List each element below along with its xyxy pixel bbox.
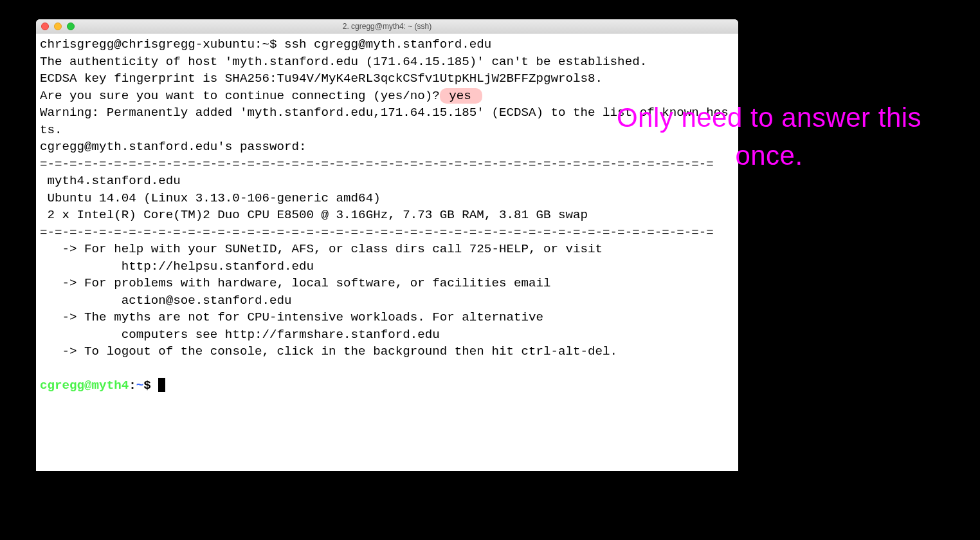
traffic-lights	[36, 23, 75, 30]
password-prompt: cgregg@myth.stanford.edu's password:	[40, 140, 314, 154]
motd-host: myth4.stanford.edu	[40, 174, 181, 188]
zoom-icon[interactable]	[67, 23, 75, 30]
help-line: -> For problems with hardware, local sof…	[40, 276, 551, 290]
motd-os: Ubuntu 14.04 (Linux 3.13.0-106-generic a…	[40, 191, 381, 205]
annotation-text: Only need to answer this once.	[589, 99, 949, 175]
ssh-command: ssh cgregg@myth.stanford.edu	[284, 37, 491, 51]
help-line: http://helpsu.stanford.edu	[40, 259, 314, 274]
cursor-icon	[158, 378, 165, 392]
continue-prompt: Are you sure you want to continue connec…	[40, 89, 440, 103]
minimize-icon[interactable]	[54, 23, 62, 30]
remote-prompt-path: ~	[136, 378, 144, 393]
remote-prompt-colon: :	[129, 378, 136, 393]
titlebar: 2. cgregg@myth4: ~ (ssh)	[36, 19, 738, 33]
local-prompt: chrisgregg@chrisgregg-xubuntu:~$	[40, 37, 284, 51]
yes-answer-highlight: yes	[440, 88, 483, 104]
auth-warning: The authenticity of host 'myth.stanford.…	[40, 55, 647, 69]
motd-hw: 2 x Intel(R) Core(TM)2 Duo CPU E8500 @ 3…	[40, 208, 588, 222]
terminal-window: 2. cgregg@myth4: ~ (ssh) chrisgregg@chri…	[36, 19, 738, 471]
close-icon[interactable]	[41, 23, 49, 30]
help-line: -> The myths are not for CPU-intensive w…	[40, 310, 543, 324]
fingerprint-line: ECDSA key fingerprint is SHA256:Tu94V/My…	[40, 71, 603, 86]
remote-prompt-dollar: $	[143, 378, 158, 393]
remote-prompt-user: cgregg@myth4	[40, 378, 129, 393]
help-line: -> To logout of the console, click in th…	[40, 344, 617, 358]
help-line: -> For help with your SUNetID, AFS, or c…	[40, 242, 603, 256]
separator-line: =-=-=-=-=-=-=-=-=-=-=-=-=-=-=-=-=-=-=-=-…	[40, 225, 714, 239]
window-title: 2. cgregg@myth4: ~ (ssh)	[36, 22, 738, 31]
help-line: computers see http://farmshare.stanford.…	[40, 328, 440, 342]
help-line: action@soe.stanford.edu	[40, 293, 292, 308]
